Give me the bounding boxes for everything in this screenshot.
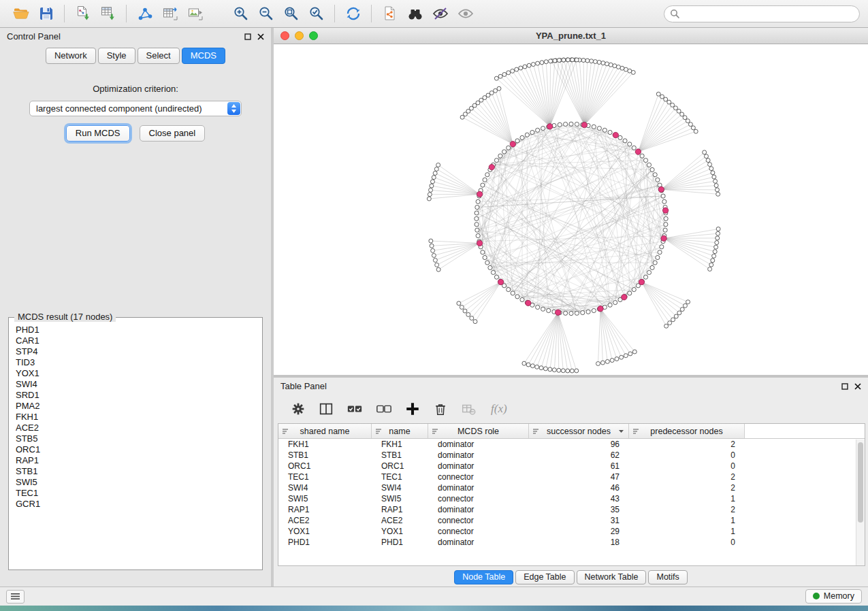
add-column-button[interactable]	[404, 401, 421, 417]
table-row-YOX1[interactable]: YOX1YOX1connector291	[278, 526, 865, 537]
toolbar-separator	[371, 5, 372, 22]
select-all-button[interactable]	[346, 401, 364, 417]
column-header-successor-nodes[interactable]: successor nodes	[529, 424, 629, 438]
mcds-result-item[interactable]: TEC1	[16, 488, 260, 499]
tab-node-table[interactable]: Node Table	[454, 570, 513, 584]
scrollbar-thumb[interactable]	[858, 442, 863, 523]
table-row-STB1[interactable]: STB1STB1dominator620	[278, 450, 865, 461]
memory-button[interactable]: Memory	[805, 589, 862, 604]
export-table-button[interactable]	[157, 3, 182, 24]
cell-name: YOX1	[372, 527, 428, 536]
column-header-shared-name[interactable]: shared name	[278, 424, 372, 438]
table-row-SWI5[interactable]: SWI5SWI5connector431	[278, 493, 865, 504]
function-builder-button[interactable]: f(x)	[491, 402, 507, 416]
criterion-dropdown[interactable]: largest connected component (undirected)	[29, 101, 242, 116]
table-row-PHD1[interactable]: PHD1PHD1dominator180	[278, 537, 865, 548]
table-settings-button[interactable]	[290, 401, 306, 417]
zoom-selected-button[interactable]	[304, 3, 329, 24]
network-window-title: YPA_prune.txt_1	[536, 31, 606, 41]
column-header-filler	[745, 424, 865, 438]
mcds-result-item[interactable]: STB1	[16, 466, 260, 477]
find-button[interactable]	[402, 3, 428, 24]
show-columns-button[interactable]	[318, 401, 334, 417]
mcds-result-item[interactable]: SWI4	[16, 379, 260, 390]
mcds-result-item[interactable]: YOX1	[16, 368, 260, 379]
mcds-result-item[interactable]: PMA2	[16, 401, 260, 412]
zoom-fit-icon	[283, 5, 300, 22]
control-panel-header: Control Panel	[0, 28, 271, 45]
window-maximize-button[interactable]	[309, 31, 318, 40]
cell-shared_name: STB1	[278, 450, 372, 460]
table-row-RAP1[interactable]: RAP1RAP1dominator352	[278, 504, 865, 515]
plus-icon	[404, 401, 421, 417]
window-minimize-button[interactable]	[295, 31, 304, 40]
tab-edge-table[interactable]: Edge Table	[515, 570, 574, 584]
window-close-button[interactable]	[280, 31, 289, 40]
float-panel-icon[interactable]	[244, 33, 251, 40]
run-mcds-button[interactable]: Run MCDS	[66, 125, 130, 142]
mcds-result-item[interactable]: CAR1	[16, 335, 260, 346]
delete-column-button[interactable]	[432, 401, 449, 417]
cell-role: connector	[428, 516, 529, 525]
mcds-result-item[interactable]: SWI5	[16, 477, 260, 488]
apply-layout-button[interactable]	[340, 3, 366, 24]
zoom-in-button[interactable]	[228, 3, 253, 24]
save-session-button[interactable]	[33, 3, 59, 24]
table-row-SWI4[interactable]: SWI4SWI4dominator462	[278, 482, 865, 493]
hide-details-button[interactable]	[428, 3, 453, 24]
table-row-TEC1[interactable]: TEC1TEC1connector472	[278, 472, 865, 482]
desktop-wallpaper-strip	[0, 606, 868, 611]
cell-name: PHD1	[372, 538, 428, 547]
float-table-panel-icon[interactable]	[841, 383, 848, 390]
tab-style[interactable]: Style	[98, 48, 135, 64]
tab-network[interactable]: Network	[46, 48, 96, 64]
mcds-result-list[interactable]: PHD1CAR1STP4TID3YOX1SWI4SRD1PMA2FKH1ACE2…	[16, 325, 260, 567]
cell-name: ACE2	[372, 516, 428, 525]
open-session-button[interactable]	[8, 3, 33, 24]
mcds-result-item[interactable]: ACE2	[16, 423, 260, 433]
mcds-result-item[interactable]: STP4	[16, 346, 260, 357]
mcds-result-item[interactable]: GCR1	[16, 499, 260, 510]
tab-motifs[interactable]: Motifs	[648, 570, 687, 584]
search-input[interactable]	[664, 5, 860, 22]
mcds-result-item[interactable]: FKH1	[16, 412, 260, 423]
close-table-panel-icon[interactable]	[854, 383, 861, 390]
table-row-FKH1[interactable]: FKH1FKH1dominator962	[278, 439, 865, 450]
zoom-out-button[interactable]	[253, 3, 278, 24]
mcds-result-item[interactable]: RAP1	[16, 455, 260, 466]
table-row-ORC1[interactable]: ORC1ORC1dominator610	[278, 461, 865, 472]
deselect-all-button[interactable]	[375, 401, 393, 417]
column-header-name[interactable]: name	[372, 424, 428, 438]
mcds-result-item[interactable]: ORC1	[16, 444, 260, 455]
tab-mcds[interactable]: MCDS	[182, 48, 225, 64]
export-image-button[interactable]	[182, 3, 208, 24]
close-mcds-panel-button[interactable]: Close panel	[140, 125, 206, 142]
table-scrollbar[interactable]	[856, 440, 865, 565]
import-table-button[interactable]	[95, 3, 120, 24]
control-panel: Control Panel NetworkStyleSelectMCDS Opt…	[0, 28, 274, 587]
chevron-down-icon[interactable]	[618, 429, 624, 433]
show-details-button[interactable]	[453, 3, 478, 24]
mcds-result-item[interactable]: TID3	[16, 357, 260, 368]
column-header-predecessor-nodes[interactable]: predecessor nodes	[629, 424, 745, 438]
tab-network-table[interactable]: Network Table	[577, 570, 647, 584]
close-panel-icon[interactable]	[257, 33, 264, 40]
right-column: YPA_prune.txt_1 Table Panel	[274, 28, 868, 587]
share-document-button[interactable]	[377, 3, 402, 24]
tab-select[interactable]: Select	[138, 48, 180, 64]
binoculars-icon	[406, 5, 424, 22]
network-graph[interactable]	[274, 44, 868, 375]
network-window-titlebar[interactable]: YPA_prune.txt_1	[274, 28, 868, 44]
import-network-button[interactable]	[70, 3, 95, 24]
columns-icon	[318, 401, 334, 417]
zoom-fit-button[interactable]	[278, 3, 304, 24]
mcds-result-item[interactable]: PHD1	[16, 325, 260, 335]
share-network-button[interactable]	[132, 3, 157, 24]
mcds-result-item[interactable]: SRD1	[16, 390, 260, 401]
column-header-MCDS-role[interactable]: MCDS role	[428, 424, 529, 438]
status-menu-button[interactable]	[6, 590, 25, 604]
mcds-result-item[interactable]: STB5	[16, 433, 260, 444]
cell-predecessors: 1	[629, 527, 745, 536]
cell-predecessors: 0	[629, 461, 745, 471]
table-row-ACE2[interactable]: ACE2ACE2connector311	[278, 515, 865, 526]
